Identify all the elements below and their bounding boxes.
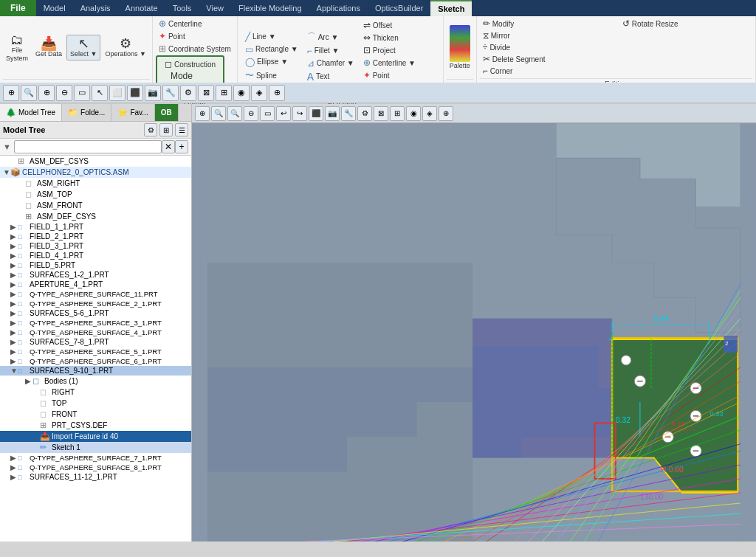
sub-btn-5[interactable]: ↖ [92, 85, 108, 101]
menu-analysis[interactable]: Analysis [73, 0, 118, 16]
tree-item-asm-top[interactable]: ◻ ASM_TOP [0, 189, 191, 200]
sub-btn-3[interactable]: ⊖ [56, 85, 72, 101]
tree-item-aperture4[interactable]: ▶ □ APERTURE_4_1.PRT [0, 280, 191, 289]
tree-item-qtype31[interactable]: ▶ □ Q-TYPE_ASPHERE_SURFACE_3_1.PRT [0, 318, 191, 328]
canvas-btn-10[interactable]: ⚙ [357, 106, 372, 121]
tree-item-asm-right[interactable]: ◻ ASM_RIGHT [0, 178, 191, 189]
panel-tab-model-tree[interactable]: 🌲Model Tree [0, 104, 62, 121]
ellipse-button[interactable]: ◯ Ellipse ▼ [242, 56, 301, 68]
panel-tab-fav[interactable]: ⭐Fav... [111, 104, 154, 121]
tree-settings-btn[interactable]: ⚙ [144, 123, 157, 136]
sub-btn-4[interactable]: ▭ [74, 85, 90, 101]
point2-button[interactable]: ✦ Point [360, 69, 439, 81]
tree-search-input[interactable] [14, 140, 162, 153]
spline-button[interactable]: 〜 Spline [242, 69, 301, 83]
mirror-button[interactable]: ⧖ Mirror [480, 30, 513, 41]
sub-btn-6[interactable]: ⬜ [109, 85, 126, 101]
tree-item-qtype41[interactable]: ▶ □ Q-TYPE_ASPHERE_SURFACE_4_1.PRT [0, 328, 191, 337]
canvas[interactable]: 0.44 0.32 0.10 R 0.60 130.00 0.33 [192, 123, 756, 542]
operations-button[interactable]: ⚙ Operations ▼ [102, 35, 148, 60]
tree-item-asm-front[interactable]: ◻ ASM_FRONT [0, 200, 191, 211]
sub-btn-15[interactable]: ⊕ [269, 85, 285, 101]
tree-item-field1[interactable]: ▶ □ FIELD_1_1.PRT [0, 222, 191, 232]
tree-item-qtype71[interactable]: ▶ □ Q-TYPE_ASPHERE_SURFACE_7_1.PRT [0, 453, 191, 463]
tree-item-surfaces78[interactable]: ▶ □ SURFACES_7-8_1.PRT [0, 337, 191, 347]
tree-item-sketch1[interactable]: ✏ Sketch 1 [0, 442, 191, 453]
panel-tab-ob[interactable]: OB [155, 104, 179, 121]
tree-item-front[interactable]: ◻ FRONT [0, 409, 191, 420]
tree-item-import-feature[interactable]: 📥 Import Feature id 40 [0, 431, 191, 442]
sub-btn-10[interactable]: ⚙ [180, 85, 196, 101]
tree-expand-btn[interactable]: ⊞ [159, 123, 173, 136]
corner-button[interactable]: ⌐ Corner [480, 65, 516, 77]
sub-btn-11[interactable]: ⊠ [198, 85, 214, 101]
canvas-btn-9[interactable]: 🔧 [341, 106, 356, 121]
rectangle-button[interactable]: ▭ Rectangle ▼ [242, 44, 301, 55]
sub-btn-7[interactable]: ⬛ [127, 85, 143, 101]
canvas-btn-11[interactable]: ⊠ [374, 106, 388, 121]
tree-item-surfaces56[interactable]: ▶ □ SURFACES_5-6_1.PRT [0, 308, 191, 318]
sub-btn-8[interactable]: 📷 [145, 85, 161, 101]
get-data-button[interactable]: 📥 Get Data [32, 35, 65, 60]
menu-model[interactable]: Model [36, 0, 73, 16]
palette-button[interactable]: Palette [447, 24, 473, 72]
tree-item-prt-csys[interactable]: ⊞ PRT_CSYS.DEF [0, 420, 191, 431]
point-button[interactable]: ✦ Point [156, 30, 188, 42]
select-button[interactable]: ↖ Select ▼ [66, 35, 100, 60]
thicken-button[interactable]: ⇔ Thicken [360, 32, 439, 44]
menu-opticsbuilder[interactable]: OpticsBuilder [368, 0, 430, 16]
centerline2-button[interactable]: ⊕ Centerline ▼ [360, 57, 439, 69]
delete-segment-button[interactable]: ✂ Delete Segment [480, 53, 549, 65]
arc-button[interactable]: ⌒ Arc ▼ [304, 30, 357, 44]
canvas-btn-4[interactable]: ▭ [260, 106, 275, 121]
chamfer-button[interactable]: ⊿ Chamfer ▼ [304, 58, 357, 69]
line-button[interactable]: ╱ Line ▼ [242, 31, 301, 43]
search-clear-btn[interactable]: ✕ [162, 140, 175, 153]
sub-btn-1[interactable]: 🔍 [21, 85, 37, 101]
sub-btn-12[interactable]: ⊞ [216, 85, 232, 101]
canvas-btn-6[interactable]: ↪ [292, 106, 307, 121]
text-button[interactable]: A Text [304, 70, 357, 83]
offset-button[interactable]: ⇌ Offset [360, 19, 439, 31]
centerline-button[interactable]: ⊕ Centerline [156, 18, 205, 30]
tree-item-asm-def-csys[interactable]: ⊞ ASM_DEF_CSYS [0, 211, 191, 222]
rotate-resize-button[interactable]: ↺ Rotate Resize [619, 18, 681, 30]
menu-view[interactable]: View [199, 0, 231, 16]
tree-item-bodies[interactable]: ▶ ◻ Bodies (1) [0, 376, 191, 387]
tree-item-field2[interactable]: ▶ □ FIELD_2_1.PRT [0, 232, 191, 241]
sub-btn-0[interactable]: ⊕ [3, 85, 19, 101]
canvas-btn-7[interactable]: ⬛ [309, 106, 323, 121]
sub-btn-2[interactable]: ⊕ [38, 85, 55, 101]
menu-annotate[interactable]: Annotate [118, 0, 165, 16]
file-system-button[interactable]: 🗂 FileSystem [3, 32, 31, 64]
tree-item-qtype81[interactable]: ▶ □ Q-TYPE_ASPHERE_SURFACE_8_1.PRT [0, 463, 191, 472]
sub-btn-14[interactable]: ◈ [251, 85, 267, 101]
tree-item-qtype11[interactable]: ▶ □ Q-TYPE_ASPHERE_SURFACE_11.PRT [0, 289, 191, 299]
canvas-btn-2[interactable]: 🔍 [227, 106, 242, 121]
tree-options-btn[interactable]: ☰ [175, 123, 188, 136]
tree-item-top[interactable]: ◻ TOP [0, 398, 191, 409]
tree-item-field5[interactable]: ▶ □ FIELD_5.PRT [0, 260, 191, 270]
construction-mode-sub[interactable]: Mode [168, 70, 196, 82]
sub-btn-13[interactable]: ◉ [233, 85, 250, 101]
search-add-btn[interactable]: + [175, 140, 188, 153]
canvas-btn-8[interactable]: 📷 [325, 106, 340, 121]
canvas-btn-14[interactable]: ◈ [422, 106, 437, 121]
tree-item-field4[interactable]: ▶ □ FIELD_4_1.PRT [0, 251, 191, 260]
menu-tools[interactable]: Tools [165, 0, 199, 16]
file-menu[interactable]: File [0, 0, 36, 16]
menu-sketch[interactable]: Sketch [430, 0, 472, 16]
panel-tab-folder[interactable]: 📁Folde... [62, 104, 111, 121]
sub-btn-9[interactable]: 🔧 [162, 85, 179, 101]
coord-system-button[interactable]: ⊞ Coordinate System [156, 43, 234, 55]
tree-item-surfaces12[interactable]: ▶ □ SURFACES_1-2_1.PRT [0, 270, 191, 280]
canvas-btn-0[interactable]: ⊕ [195, 106, 210, 121]
project-button[interactable]: ⊡ Project [360, 44, 439, 56]
construction-mode-button[interactable]: ◻ Construction [162, 58, 219, 70]
menu-flexible-modeling[interactable]: Flexible Modeling [231, 0, 309, 16]
canvas-btn-12[interactable]: ⊞ [390, 106, 405, 121]
canvas-btn-5[interactable]: ↩ [276, 106, 291, 121]
tree-item-surfaces1112[interactable]: ▶ □ SURFACES_11-12_1.PRT [0, 472, 191, 482]
tree-item-asm-def-csys-top[interactable]: ⊞ ASM_DEF_CSYS [0, 156, 191, 167]
tree-item-field3[interactable]: ▶ □ FIELD_3_1.PRT [0, 241, 191, 251]
